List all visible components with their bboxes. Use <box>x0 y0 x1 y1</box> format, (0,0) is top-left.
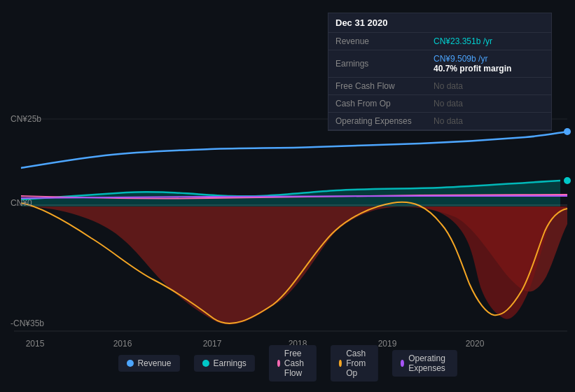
tooltip-label-cashfromop: Cash From Op <box>328 95 427 113</box>
x-label-2020: 2020 <box>466 339 485 349</box>
legend-dot-fcf <box>277 360 280 367</box>
legend-item-revenue[interactable]: Revenue <box>118 355 179 372</box>
legend-dot-earnings <box>202 360 209 367</box>
legend-label-revenue: Revenue <box>137 358 171 368</box>
tooltip-label-revenue: Revenue <box>328 33 427 50</box>
legend-item-fcf[interactable]: Free Cash Flow <box>269 345 317 382</box>
tooltip-row-revenue: Revenue CN¥23.351b /yr <box>328 33 551 50</box>
tooltip-row-cashfromop: Cash From Op No data <box>328 95 551 113</box>
tooltip-label-opex: Operating Expenses <box>328 113 427 130</box>
legend-item-opex[interactable]: Operating Expenses <box>392 350 457 377</box>
tooltip-value-earnings: CN¥9.509b /yr 40.7% profit margin <box>427 50 551 78</box>
legend-label-fcf: Free Cash Flow <box>284 349 308 378</box>
tooltip-table: Revenue CN¥23.351b /yr Earnings CN¥9.509… <box>328 33 551 130</box>
legend-dot-opex <box>401 360 404 367</box>
y-label-bottom: -CN¥35b <box>11 318 44 328</box>
svg-point-5 <box>564 177 571 184</box>
tooltip-value-revenue: CN¥23.351b /yr <box>427 33 551 50</box>
legend-dot-cashfromop <box>339 360 342 367</box>
tooltip-box: Dec 31 2020 Revenue CN¥23.351b /yr Earni… <box>328 13 552 131</box>
tooltip-row-fcf: Free Cash Flow No data <box>328 78 551 95</box>
svg-point-4 <box>564 128 571 135</box>
y-label-top: CN¥25b <box>11 114 41 124</box>
chart-legend: Revenue Earnings Free Cash Flow Cash Fro… <box>118 345 457 382</box>
tooltip-value-cashfromop: No data <box>427 95 551 113</box>
y-label-zero: CN¥0 <box>11 198 32 208</box>
legend-dot-revenue <box>126 360 133 367</box>
legend-label-earnings: Earnings <box>213 358 246 368</box>
legend-label-cashfromop: Cash From Op <box>346 349 370 378</box>
tooltip-value-fcf: No data <box>427 78 551 95</box>
legend-item-cashfromop[interactable]: Cash From Op <box>331 345 378 382</box>
tooltip-label-fcf: Free Cash Flow <box>328 78 427 95</box>
legend-item-earnings[interactable]: Earnings <box>193 355 254 372</box>
legend-label-opex: Operating Expenses <box>408 354 448 373</box>
tooltip-row-opex: Operating Expenses No data <box>328 113 551 130</box>
tooltip-date: Dec 31 2020 <box>328 13 551 33</box>
tooltip-label-earnings: Earnings <box>328 50 427 78</box>
chart-container: CN¥25b CN¥0 -CN¥35b 2015 2016 2017 2018 … <box>0 0 575 392</box>
tooltip-value-opex: No data <box>427 113 551 130</box>
tooltip-row-earnings: Earnings CN¥9.509b /yr 40.7% profit marg… <box>328 50 551 78</box>
x-label-2015: 2015 <box>26 339 45 349</box>
